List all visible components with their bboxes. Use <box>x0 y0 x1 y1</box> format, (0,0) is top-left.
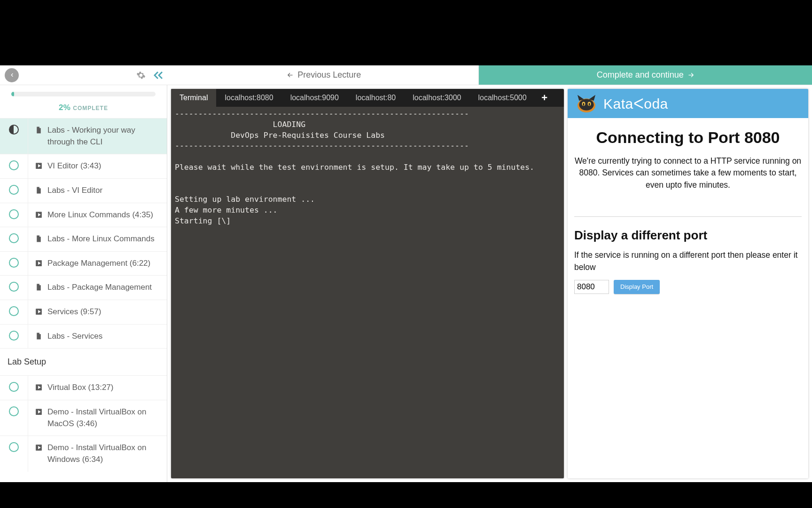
status-empty-icon <box>9 209 19 219</box>
settings-button[interactable] <box>134 69 148 82</box>
sidebar[interactable]: 2% COMPLETE Labs - Working your way thro… <box>0 85 167 482</box>
main: Terminallocalhost:8080localhost:9090loca… <box>167 85 812 482</box>
status-empty-icon <box>9 331 19 341</box>
previous-lecture-button[interactable]: Previous Lecture <box>169 65 479 85</box>
status-col <box>0 376 28 400</box>
sidebar-item-label: VI Editor (3:43) <box>47 160 101 172</box>
status-col <box>0 203 28 227</box>
status-col <box>0 252 28 276</box>
play-icon <box>35 444 43 452</box>
status-col <box>0 119 28 154</box>
sidebar-item-label: Demo - Install VirtualBox on Windows (6:… <box>47 442 159 465</box>
status-col <box>0 179 28 203</box>
right-subheading: Display a different port <box>574 228 802 243</box>
sidebar-item-label: Labs - VI Editor <box>47 185 102 197</box>
double-chevron-left-icon <box>152 70 164 81</box>
sidebar-item-label: Demo - Install VirtualBox on MacOS (3:46… <box>47 406 159 429</box>
status-empty-icon <box>9 185 19 195</box>
sidebar-item-body: Labs - Working your way through the CLI <box>28 119 167 154</box>
sidebar-item-body: Services (9:57) <box>28 300 167 324</box>
sidebar-item[interactable]: Labs - Package Management <box>0 275 167 300</box>
sidebar-item-body: Labs - Services <box>28 325 167 349</box>
right-panel: Kataᐸoda Connecting to Port 8080 We're c… <box>568 89 808 478</box>
sidebar-item[interactable]: Demo - Install VirtualBox on MacOS (3:46… <box>0 400 167 436</box>
status-empty-icon <box>9 382 19 392</box>
terminal-tab[interactable]: Terminal <box>171 89 216 107</box>
lecture-list-2: Virtual Box (13:27)Demo - Install Virtua… <box>0 375 167 471</box>
sidebar-item[interactable]: More Linux Commands (4:35) <box>0 203 167 227</box>
status-empty-icon <box>9 258 19 268</box>
add-tab-button[interactable]: + <box>535 89 554 107</box>
status-empty-icon <box>9 233 19 243</box>
sidebar-item-body: Labs - VI Editor <box>28 179 167 203</box>
back-button[interactable] <box>5 68 19 82</box>
play-icon <box>35 383 43 391</box>
complete-continue-button[interactable]: Complete and continue <box>479 65 812 85</box>
progress-text: 2% COMPLETE <box>11 103 156 112</box>
sidebar-item[interactable]: Labs - Working your way through the CLI <box>0 118 167 154</box>
terminal-tabs: Terminallocalhost:8080localhost:9090loca… <box>171 89 564 107</box>
sidebar-item-body: Demo - Install VirtualBox on Windows (6:… <box>28 436 167 471</box>
terminal-tab[interactable]: localhost:5000 <box>469 89 535 107</box>
collapse-sidebar-button[interactable] <box>151 69 164 82</box>
katacoda-logo-icon <box>574 93 599 114</box>
sidebar-item[interactable]: Demo - Install VirtualBox on Windows (6:… <box>0 436 167 471</box>
arrow-left-icon <box>287 71 294 79</box>
right-lead-text: We're currently trying to connect to a H… <box>574 155 802 191</box>
play-icon <box>35 259 43 267</box>
sidebar-item-body: VI Editor (3:43) <box>28 154 167 178</box>
play-icon <box>35 408 43 416</box>
status-col <box>0 400 28 436</box>
lecture-list: Labs - Working your way through the CLIV… <box>0 118 167 348</box>
progress-fill <box>11 92 14 96</box>
sidebar-item[interactable]: Labs - More Linux Commands <box>0 227 167 251</box>
right-heading: Connecting to Port 8080 <box>574 128 802 147</box>
progress-track <box>11 92 156 96</box>
terminal-output[interactable]: ----------------------------------------… <box>171 107 564 478</box>
sidebar-item[interactable]: Virtual Box (13:27) <box>0 375 167 400</box>
status-empty-icon <box>9 442 19 452</box>
status-empty-icon <box>9 282 19 292</box>
status-col <box>0 276 28 300</box>
status-col <box>0 300 28 324</box>
sidebar-item-label: Labs - Working your way through the CLI <box>47 125 159 148</box>
document-icon <box>35 126 43 134</box>
complete-continue-label: Complete and continue <box>597 70 684 80</box>
terminal-tab[interactable]: localhost:3000 <box>404 89 469 107</box>
divider <box>574 216 802 217</box>
sidebar-item[interactable]: Labs - VI Editor <box>0 178 167 203</box>
sidebar-item[interactable]: Package Management (6:22) <box>0 251 167 276</box>
progress-percent: 2% <box>59 103 70 112</box>
sidebar-item[interactable]: VI Editor (3:43) <box>0 154 167 178</box>
svg-point-4 <box>583 103 585 106</box>
port-input[interactable] <box>574 280 609 294</box>
sidebar-item-label: Services (9:57) <box>47 306 101 318</box>
display-port-button[interactable]: Display Port <box>614 280 660 294</box>
terminal-column: Terminallocalhost:8080localhost:9090loca… <box>171 89 564 478</box>
sidebar-item-label: Labs - More Linux Commands <box>47 233 155 245</box>
sidebar-item-label: Virtual Box (13:27) <box>47 382 113 394</box>
play-icon <box>35 308 43 316</box>
terminal-tab[interactable]: localhost:9090 <box>282 89 347 107</box>
terminal-tab[interactable]: localhost:80 <box>347 89 404 107</box>
topbar: Previous Lecture Complete and continue <box>0 65 812 85</box>
terminal-tab[interactable]: localhost:8080 <box>216 89 281 107</box>
progress-block: 2% COMPLETE <box>0 85 167 118</box>
sidebar-item[interactable]: Labs - Services <box>0 324 167 349</box>
sidebar-item-body: Virtual Box (13:27) <box>28 376 167 400</box>
status-empty-icon <box>9 306 19 316</box>
sidebar-item-body: Package Management (6:22) <box>28 252 167 276</box>
sidebar-item-label: Labs - Services <box>47 331 102 342</box>
svg-point-5 <box>589 103 590 106</box>
section-header: Lab Setup <box>0 348 167 375</box>
status-col <box>0 227 28 251</box>
port-row: Display Port <box>574 280 802 294</box>
status-col <box>0 436 28 471</box>
katacoda-brand-text: Kataᐸoda <box>603 95 668 112</box>
sidebar-item[interactable]: Services (9:57) <box>0 300 167 324</box>
gear-icon <box>136 71 146 80</box>
sidebar-item-label: Package Management (6:22) <box>47 258 150 270</box>
sidebar-item-body: Labs - Package Management <box>28 276 167 300</box>
play-icon <box>35 162 43 170</box>
sidebar-item-body: More Linux Commands (4:35) <box>28 203 167 227</box>
